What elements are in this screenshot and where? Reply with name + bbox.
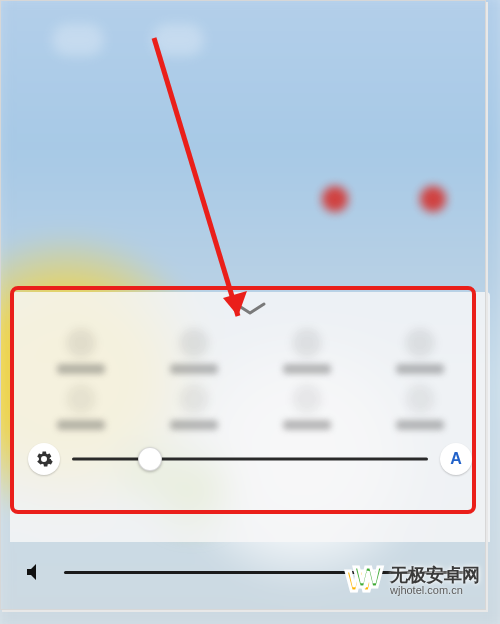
expand-handle[interactable] <box>230 300 270 318</box>
tile-label <box>396 364 444 374</box>
brightness-row: A <box>24 440 476 478</box>
quick-settings-panel: A <box>10 292 490 542</box>
auto-brightness-button[interactable]: A <box>440 443 472 475</box>
slider-track <box>72 458 428 461</box>
watermark: W W 无极安卓网 wjhotel.com.cn <box>342 560 488 602</box>
quick-tile[interactable] <box>43 328 119 374</box>
quick-tile[interactable] <box>43 384 119 430</box>
gear-icon <box>35 450 53 468</box>
tile-label <box>170 364 218 374</box>
tile-label <box>57 364 105 374</box>
tile-icon <box>179 328 209 358</box>
tile-icon <box>405 328 435 358</box>
tile-label <box>170 420 218 430</box>
speaker-icon <box>24 560 48 584</box>
tile-label <box>283 420 331 430</box>
tile-icon <box>66 384 96 414</box>
tiles-row-1 <box>24 328 476 374</box>
quick-tile[interactable] <box>382 328 458 374</box>
tile-icon <box>66 328 96 358</box>
tile-icon <box>179 384 209 414</box>
slider-thumb[interactable] <box>138 447 162 471</box>
watermark-logo: W W <box>346 564 382 598</box>
quick-tile[interactable] <box>382 384 458 430</box>
brightness-settings-button[interactable] <box>28 443 60 475</box>
quick-tile[interactable] <box>156 328 232 374</box>
status-pill <box>52 24 104 56</box>
tile-icon <box>292 328 322 358</box>
tile-label <box>57 420 105 430</box>
auto-brightness-label: A <box>450 450 462 468</box>
status-pill <box>152 24 204 56</box>
app-badge <box>322 186 348 212</box>
tile-label <box>396 420 444 430</box>
quick-tile[interactable] <box>156 384 232 430</box>
watermark-title: 无极安卓网 <box>390 566 480 585</box>
tile-icon <box>292 384 322 414</box>
tiles-row-2 <box>24 384 476 430</box>
quick-tile[interactable] <box>269 384 345 430</box>
tile-icon <box>405 384 435 414</box>
tile-label <box>283 364 331 374</box>
watermark-url: wjhotel.com.cn <box>390 585 480 597</box>
brightness-slider[interactable] <box>72 449 428 469</box>
chevron-down-icon <box>230 301 270 317</box>
app-badge <box>420 186 446 212</box>
quick-tile[interactable] <box>269 328 345 374</box>
